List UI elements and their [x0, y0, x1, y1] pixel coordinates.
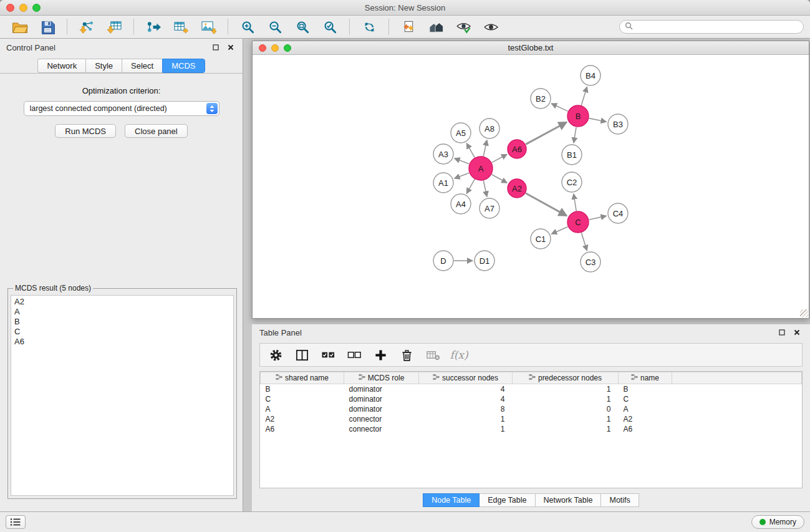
close-window-icon[interactable]	[6, 4, 14, 12]
node-B2[interactable]: B2	[531, 89, 551, 109]
deselect-all-icon[interactable]	[345, 346, 364, 364]
table-cell[interactable]: A2	[619, 414, 672, 424]
table-cell[interactable]: 1	[513, 394, 619, 404]
columns-icon[interactable]	[292, 346, 311, 364]
search-box[interactable]	[619, 20, 804, 34]
table-row[interactable]: A6connector11A6	[261, 424, 802, 434]
tab-edge-table[interactable]: Edge Table	[480, 493, 535, 507]
node-D1[interactable]: D1	[475, 251, 494, 271]
close-table-panel-icon[interactable]	[791, 327, 803, 338]
table-row[interactable]: Cdominator41C	[261, 394, 802, 404]
network-graph[interactable]: B4B2BB3A5A8A6B1A3AA1C2A2A4A7C4CC1C3DD1	[253, 55, 809, 317]
node-C4[interactable]: C4	[608, 203, 628, 223]
mcds-result-item[interactable]: A2	[14, 297, 230, 307]
node-A3[interactable]: A3	[433, 144, 453, 164]
node-C2[interactable]: C2	[562, 172, 582, 192]
edge-A-A2[interactable]	[492, 175, 508, 183]
add-row-icon[interactable]	[371, 346, 390, 364]
table-cell[interactable]: dominator	[344, 404, 419, 414]
zoom-selected-icon[interactable]	[316, 17, 344, 36]
edge-C-C3[interactable]	[581, 233, 587, 251]
edge-A-A4[interactable]	[466, 179, 475, 193]
zoom-window-icon[interactable]	[32, 4, 41, 12]
table-cell[interactable]: 1	[513, 384, 619, 394]
edge-A-A7[interactable]	[483, 181, 487, 197]
table-cell[interactable]: 1	[419, 424, 513, 434]
table-cell[interactable]: 4	[419, 394, 513, 404]
edge-A2-C[interactable]	[526, 193, 567, 216]
table-cell[interactable]: 1	[513, 414, 619, 424]
table-cell[interactable]: A	[619, 404, 672, 414]
export-image-icon[interactable]	[195, 17, 222, 36]
mcds-result-item[interactable]: C	[14, 327, 230, 337]
save-session-icon[interactable]	[34, 17, 61, 36]
import-network-icon[interactable]	[73, 17, 100, 36]
table-cell[interactable]: 1	[419, 414, 513, 424]
node-A4[interactable]: A4	[451, 194, 471, 214]
edge-A-A8[interactable]	[483, 140, 487, 157]
table-cell[interactable]: connector	[344, 414, 419, 424]
table-cell[interactable]: 4	[419, 384, 513, 394]
mcds-result-item[interactable]: A6	[14, 337, 230, 347]
edge-A6-B[interactable]	[526, 122, 566, 144]
minimize-window-icon[interactable]	[19, 4, 27, 12]
table-cell[interactable]: C	[619, 394, 672, 404]
delete-row-icon[interactable]	[397, 346, 416, 364]
node-B[interactable]: B	[567, 105, 589, 127]
edge-B-B3[interactable]	[589, 118, 607, 122]
home-icon[interactable]	[422, 17, 450, 36]
table-cell[interactable]: A	[261, 404, 344, 414]
node-A6[interactable]: A6	[508, 140, 526, 158]
tab-style[interactable]: Style	[85, 59, 122, 73]
manage-networks-icon[interactable]	[395, 17, 422, 36]
network-canvas[interactable]: B4B2BB3A5A8A6B1A3AA1C2A2A4A7C4CC1C3DD1	[253, 55, 809, 318]
open-file-icon[interactable]	[6, 17, 34, 36]
table-cell[interactable]: B	[619, 384, 672, 394]
node-B1[interactable]: B1	[562, 145, 582, 165]
column-header-shared-name[interactable]: shared name	[261, 372, 344, 384]
zoom-in-icon[interactable]	[234, 17, 261, 36]
network-close-icon[interactable]	[259, 44, 266, 52]
zoom-fit-icon[interactable]	[289, 17, 316, 36]
close-panel-icon[interactable]	[225, 42, 236, 53]
column-header-name[interactable]: name	[619, 372, 672, 384]
float-table-panel-icon[interactable]	[776, 327, 788, 338]
mcds-result-list[interactable]: A2ABCA6	[11, 295, 234, 496]
table-cell[interactable]: 0	[513, 404, 619, 414]
close-panel-button[interactable]: Close panel	[125, 124, 188, 138]
table-cell[interactable]: A6	[619, 424, 672, 434]
tab-mcds[interactable]: MCDS	[162, 59, 205, 73]
table-cell[interactable]: connector	[344, 424, 419, 434]
edge-A-A6[interactable]	[492, 155, 508, 163]
select-all-icon[interactable]	[319, 346, 337, 364]
table-cell[interactable]: C	[261, 394, 344, 404]
table-cell[interactable]: A6	[261, 424, 344, 434]
edge-B-B4[interactable]	[581, 87, 587, 105]
node-C3[interactable]: C3	[581, 252, 600, 272]
node-A7[interactable]: A7	[480, 198, 499, 218]
node-A2[interactable]: A2	[508, 179, 526, 198]
network-minimize-icon[interactable]	[271, 44, 279, 52]
gear-icon[interactable]	[266, 346, 285, 364]
table-cell[interactable]: dominator	[344, 394, 419, 404]
node-A5[interactable]: A5	[451, 123, 471, 143]
table-cell[interactable]: 1	[513, 424, 619, 434]
export-table-icon[interactable]	[167, 17, 195, 36]
edge-C-C2[interactable]	[574, 194, 576, 211]
node-C[interactable]: C	[567, 211, 589, 233]
zoom-out-icon[interactable]	[261, 17, 289, 36]
delete-table-icon[interactable]	[423, 346, 442, 364]
memory-button[interactable]: Memory	[751, 515, 804, 529]
refresh-layout-icon[interactable]	[355, 17, 383, 36]
edge-A-A1[interactable]	[455, 173, 470, 178]
function-icon[interactable]: f(x)	[450, 346, 468, 364]
edge-C-C4[interactable]	[589, 216, 607, 220]
node-C1[interactable]: C1	[531, 229, 551, 249]
tab-motifs[interactable]: Motifs	[601, 493, 639, 507]
table-cell[interactable]: 8	[419, 404, 513, 414]
mcds-result-item[interactable]: A	[14, 307, 230, 317]
search-input[interactable]	[636, 22, 798, 31]
tab-network-table[interactable]: Network Table	[536, 493, 602, 507]
table-cell[interactable]: dominator	[344, 384, 419, 394]
column-header-successor-nodes[interactable]: successor nodes	[419, 372, 513, 384]
